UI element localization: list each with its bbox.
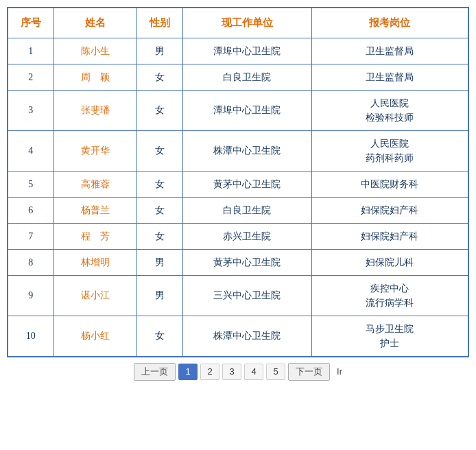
cell-sex: 男 [136,275,182,316]
cell-position: 卫生监督局 [311,64,468,90]
cell-name: 周 颖 [53,64,136,90]
page-button-2[interactable]: 2 [200,364,219,380]
ir-label: Ir [337,366,342,377]
page-button-4[interactable]: 4 [244,364,263,380]
cell-sex: 女 [136,90,182,130]
cell-name: 张斐璠 [53,90,136,130]
table-row: 3张斐璠女潭埠中心卫生院人民医院检验科技师 [8,90,468,130]
cell-seqno: 5 [8,171,53,197]
cell-name: 程 芳 [53,223,136,249]
cell-position: 中医院财务科 [311,171,468,197]
header-work: 现工作单位 [182,8,311,38]
cell-position: 卫生监督局 [311,38,468,64]
table-row: 6杨普兰女白良卫生院妇保院妇产科 [8,197,468,223]
cell-seqno: 2 [8,64,53,90]
cell-work: 株潭中心卫生院 [182,316,311,357]
table-row: 8林增明男黄茅中心卫生院妇保院儿科 [8,249,468,275]
cell-position: 疾控中心流行病学科 [311,275,468,316]
cell-work: 三兴中心卫生院 [182,275,311,316]
main-table: 序号 姓名 性别 现工作单位 报考岗位 1陈小生男潭埠中心卫生院卫生监督局2周 … [7,7,469,357]
cell-name: 杨小红 [53,316,136,357]
header-position: 报考岗位 [311,8,468,38]
cell-sex: 女 [136,316,182,357]
header-sex: 性别 [136,8,182,38]
header-name: 姓名 [53,8,136,38]
table-row: 4黄开华女株潭中心卫生院人民医院药剂科药师 [8,130,468,171]
table-row: 2周 颖女白良卫生院卫生监督局 [8,64,468,90]
cell-name: 谌小江 [53,275,136,316]
table-row: 1陈小生男潭埠中心卫生院卫生监督局 [8,38,468,64]
table-row: 5高雅蓉女黄茅中心卫生院中医院财务科 [8,171,468,197]
page-button-5[interactable]: 5 [266,364,285,380]
cell-sex: 女 [136,130,182,171]
cell-work: 白良卫生院 [182,197,311,223]
cell-seqno: 6 [8,197,53,223]
table-row: 9谌小江男三兴中心卫生院疾控中心流行病学科 [8,275,468,316]
cell-sex: 女 [136,64,182,90]
table-row: 7程 芳女赤兴卫生院妇保院妇产科 [8,223,468,249]
cell-work: 株潭中心卫生院 [182,130,311,171]
cell-position: 妇保院妇产科 [311,197,468,223]
cell-position: 妇保院妇产科 [311,223,468,249]
table-header-row: 序号 姓名 性别 现工作单位 报考岗位 [8,8,468,38]
cell-position: 人民医院药剂科药师 [311,130,468,171]
cell-seqno: 8 [8,249,53,275]
cell-work: 潭埠中心卫生院 [182,38,311,64]
page-button-3[interactable]: 3 [222,364,241,380]
cell-name: 高雅蓉 [53,171,136,197]
cell-sex: 女 [136,197,182,223]
pagination-bar: 上一页 12345 下一页 Ir [7,363,469,381]
table-row: 10杨小红女株潭中心卫生院马步卫生院护士 [8,316,468,357]
cell-position: 马步卫生院护士 [311,316,468,357]
cell-seqno: 7 [8,223,53,249]
cell-work: 黄茅中心卫生院 [182,249,311,275]
cell-seqno: 4 [8,130,53,171]
cell-work: 黄茅中心卫生院 [182,171,311,197]
cell-seqno: 1 [8,38,53,64]
cell-position: 妇保院儿科 [311,249,468,275]
page-button-1[interactable]: 1 [178,364,198,380]
cell-sex: 男 [136,249,182,275]
cell-sex: 女 [136,171,182,197]
header-seqno: 序号 [8,8,53,38]
cell-seqno: 3 [8,90,53,130]
cell-name: 杨普兰 [53,197,136,223]
cell-name: 陈小生 [53,38,136,64]
cell-work: 白良卫生院 [182,64,311,90]
cell-work: 潭埠中心卫生院 [182,90,311,130]
next-page-button[interactable]: 下一页 [288,363,330,381]
cell-name: 黄开华 [53,130,136,171]
cell-name: 林增明 [53,249,136,275]
prev-page-button[interactable]: 上一页 [134,363,176,381]
cell-sex: 男 [136,38,182,64]
cell-sex: 女 [136,223,182,249]
cell-position: 人民医院检验科技师 [311,90,468,130]
cell-seqno: 10 [8,316,53,357]
cell-seqno: 9 [8,275,53,316]
cell-work: 赤兴卫生院 [182,223,311,249]
